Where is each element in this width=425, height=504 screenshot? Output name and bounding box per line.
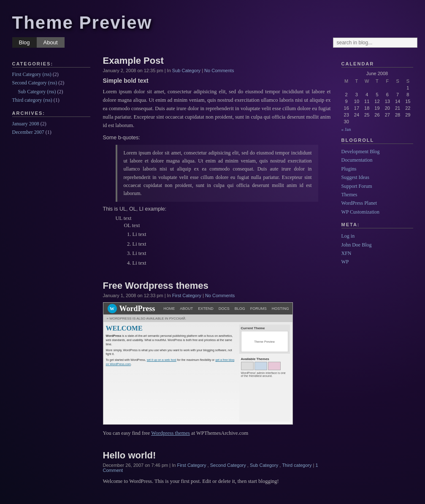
ul-example: UL text OL text Li text Li text Li text … [116, 215, 331, 268]
blogroll-item-wp-custom: WP Customization [341, 208, 413, 216]
list-item: Li text [133, 230, 331, 239]
meta-blog-link[interactable]: John Doe Blog [341, 242, 372, 248]
post-example-subtitle: Simple bold text [103, 77, 331, 84]
third-category-count: (1) [54, 97, 60, 103]
calendar-nav-prev[interactable]: « Jan [341, 127, 413, 132]
post-wordpress-themes: Free Wordpress themes January 1, 2008 on… [103, 280, 331, 437]
archive-jan-link[interactable]: January 2008 [12, 121, 39, 127]
sidebar-archive-jan: January 2008 (2) [12, 119, 90, 128]
wp-nav-hosting: HOSTING [272, 306, 289, 311]
post-wp-title: Free Wordpress themes [103, 280, 331, 291]
blogroll-item-suggest: Suggest Ideas [341, 173, 413, 182]
post-example-body: Lorem ipsum dolor sit amet, consectetur … [103, 87, 331, 130]
wp-nav-docs: DOCS [219, 306, 230, 311]
blogroll-suggest-link[interactable]: Suggest Ideas [341, 174, 369, 180]
categories-title: CATEGORIES: [12, 61, 90, 68]
meta-login-link[interactable]: Log in [341, 233, 355, 239]
calendar-prev-link[interactable]: « Jan [341, 127, 351, 132]
calendar-table: M T W T F S S 1 2345678 [341, 78, 413, 125]
post-hello-cat-second[interactable]: Second Category [210, 463, 246, 468]
ol-sub: OL text Li text Li text Li text Li text [124, 222, 331, 268]
wp-banner: » WORDPRESS IS ALSO AVAILABLE IN РУССКИЙ… [103, 314, 292, 322]
post-example: Example Post January 2, 2008 on 12:35 pm… [103, 55, 331, 268]
meta-xfn-link[interactable]: XFN [341, 250, 352, 256]
wordpress-themes-link[interactable]: Wordpress themes [151, 430, 190, 436]
wp-welcome-title: WELCOME [106, 325, 237, 332]
cal-header-w: W [362, 78, 372, 84]
wp-sidebar-col: Current Theme Theme Preview Available Th… [239, 325, 290, 422]
meta-item-wp: WP [341, 257, 413, 266]
post-wp-comments[interactable]: No Comments [205, 293, 235, 298]
sub-category-link[interactable]: Sub Category [18, 89, 46, 95]
first-category-link[interactable]: First Category [12, 71, 41, 77]
blogroll-dev-link[interactable]: Development Blog [341, 149, 380, 154]
search-input[interactable] [333, 38, 417, 48]
post-example-date: January 2, 2008 on 12:35 pm [103, 68, 163, 73]
cal-week-2: 2345678 [341, 91, 413, 98]
blogroll-support-link[interactable]: Support Forum [341, 183, 372, 189]
post-wp-date: January 1, 2008 on 12:33 pm [103, 293, 163, 298]
archive-dec-link[interactable]: December 2007 [12, 129, 44, 135]
post-hello-cat-sub[interactable]: Sub Category [250, 463, 278, 468]
post-hello-title: Hello world! [103, 450, 331, 461]
meta-wp-link[interactable]: WP [341, 259, 349, 265]
cal-header-t2: T [372, 78, 382, 84]
second-category-link[interactable]: Second Category [12, 80, 47, 86]
blogroll-list: Development Blog Documentation Plugins S… [341, 147, 413, 216]
list-item: Li text [133, 258, 331, 268]
cal-week-6: 30 [341, 118, 413, 125]
blogroll-themes-link[interactable]: Themes [341, 192, 357, 198]
ul-text: UL text [116, 215, 331, 222]
post-example-meta: January 2, 2008 on 12:35 pm | In Sub Cat… [103, 68, 331, 73]
list-item: Li text [133, 239, 331, 249]
nav-blog-button[interactable]: Blog [12, 37, 37, 48]
post-wp-category[interactable]: First Category [172, 293, 201, 298]
blogroll-item-doc: Documentation [341, 156, 413, 164]
calendar-title: CALENDAR [341, 61, 413, 68]
sub-category-rss[interactable]: (rss) [47, 89, 56, 95]
blockquote-text: Lorem ipsum dolor sit amet, consectetur … [124, 149, 312, 198]
sub-category-count: (2) [57, 89, 63, 95]
wp-logo-area: W WordPress [108, 304, 155, 313]
post-example-quotes-label: Some b-quotes: [103, 135, 331, 141]
ol-list: Li text Li text Li text Li text [124, 230, 331, 268]
blogroll-title: BLOGROLL [341, 138, 413, 144]
cal-week-1: 1 [341, 84, 413, 91]
blogroll-wp-planet-link[interactable]: WordPress Planet [341, 200, 377, 206]
wp-nav-forums: FORUMS [250, 306, 267, 311]
post-hello-body: Welcome to WordPress. This is your first… [103, 477, 331, 485]
cal-week-4: 16171819202122 [341, 105, 413, 111]
wp-logo: W [108, 304, 117, 313]
archives-title: ARCHIVES: [12, 111, 90, 117]
third-category-link[interactable]: Third category [12, 97, 42, 103]
third-category-rss[interactable]: (rss) [43, 97, 52, 103]
cal-week-5: 23242526272829 [341, 111, 413, 118]
archive-dec-count: (1) [46, 129, 51, 135]
nav-about-button[interactable]: About [37, 37, 65, 48]
calendar-month: June 2008 [341, 71, 413, 76]
blogroll-item-plugins: Plugins [341, 165, 413, 173]
post-example-comments[interactable]: No Comments [204, 68, 234, 73]
post-example-category[interactable]: Sub Category [172, 68, 200, 73]
post-example-list-label: This is UL, OL, LI example: [103, 206, 331, 212]
post-hello-cat-third[interactable]: Third category [282, 463, 311, 468]
blogroll-plugins-link[interactable]: Plugins [341, 166, 357, 172]
cal-header-s1: S [393, 78, 403, 84]
sidebar-category-sub: Sub Category (rss) (2) [12, 87, 90, 96]
post-hello-date: December 26, 2007 on 7:46 pm [103, 463, 168, 468]
wp-nav-home: HOME [163, 306, 175, 311]
post-hello-cat-first[interactable]: First Category [177, 463, 206, 468]
second-category-rss[interactable]: (rss) [48, 80, 57, 86]
blogroll-item-support: Support Forum [341, 182, 413, 190]
blogroll-item-dev: Development Blog [341, 147, 413, 156]
site-title: Theme Preview [8, 8, 417, 37]
meta-list: Log in John Doe Blog XFN WP [341, 232, 413, 266]
cal-header-m: M [341, 78, 352, 84]
blogroll-doc-link[interactable]: Documentation [341, 157, 373, 163]
blogroll-wp-custom-link[interactable]: WP Customization [341, 209, 380, 215]
wp-main-col: WELCOME WordPress is a state-of-the-art … [106, 325, 237, 422]
cal-header-s2: S [403, 78, 413, 84]
search-form [333, 38, 417, 48]
first-category-rss[interactable]: (rss) [43, 71, 51, 77]
archive-jan-count: (2) [41, 121, 46, 127]
